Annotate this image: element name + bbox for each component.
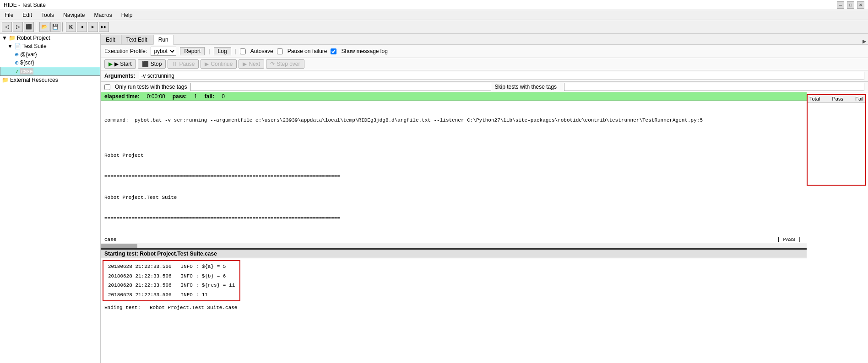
step-over-icon: ↷	[270, 61, 275, 67]
only-run-input[interactable]	[190, 83, 491, 91]
fail-value: 0	[222, 93, 225, 100]
toolbar-sep2	[62, 22, 64, 32]
stats-panel: Total Pass Fail	[807, 94, 866, 186]
next-button[interactable]: ▶ Next	[239, 59, 264, 69]
elapsed-label: elapsed time:	[104, 93, 140, 100]
toolbar-btn-forward2[interactable]: ▸▸	[99, 22, 109, 32]
sep2: ========================================…	[104, 215, 803, 222]
maximize-button[interactable]: □	[847, 1, 854, 9]
main-container: ▼ 📁 Robot Project ▼ 📄 Test Suite ⊕ @{var…	[0, 34, 868, 363]
output-robot-project-test-suite: Robot Project.Test Suite	[104, 194, 803, 201]
toolbar-btn-folder[interactable]: 📂	[39, 22, 49, 32]
horizontal-scrollbar[interactable]	[101, 243, 807, 248]
log-line-3: 20180628 21:22:33.506 INFO : ${res} = 11	[104, 281, 239, 290]
menu-tools[interactable]: Tools	[38, 11, 57, 19]
pause-button[interactable]: ⏸ Pause	[168, 59, 199, 69]
arguments-input[interactable]	[139, 72, 864, 80]
tree-item-robot-project[interactable]: ▼ 📁 Robot Project	[0, 34, 100, 42]
menu-macros[interactable]: Macros	[91, 11, 114, 19]
step-over-label: Step over	[277, 61, 300, 67]
next-icon: ▶	[243, 61, 247, 67]
toolbar-btn-save[interactable]: ⬛	[24, 22, 34, 32]
tree-label-scr: ${scr}	[20, 59, 34, 66]
stats-header: Total Pass Fail	[808, 95, 865, 103]
tree-item-scr[interactable]: ⊕ ${scr}	[0, 59, 100, 67]
tree-label-at-var: @{var}	[20, 51, 37, 58]
tab-run[interactable]: Run	[153, 35, 174, 45]
stats-row-1	[808, 103, 865, 105]
control-buttons-row: ▶ ▶ Start ⬛ Stop ⏸ Pause ▶ Continue ▶	[101, 58, 868, 70]
start-icon: ▶	[108, 61, 113, 67]
pause-icon: ⏸	[172, 61, 177, 67]
sep1: ========================================…	[104, 173, 803, 180]
h-scrollbar-thumb[interactable]	[101, 244, 137, 248]
skip-label: Skip tests with these tags	[495, 84, 557, 90]
suite-icon: 📄	[14, 43, 21, 49]
window-controls: ─ □ ✕	[837, 1, 864, 9]
tab-text-edit[interactable]: Text Edit	[121, 35, 152, 44]
check-icon: ✓	[15, 69, 19, 74]
only-run-tags-row: Only run tests with these tags Skip test…	[101, 82, 868, 92]
exec-profile-select[interactable]: pybot	[151, 47, 176, 56]
toolbar-btn-back[interactable]: ◂	[77, 22, 87, 32]
run-panel: Execution Profile: pybot Report | Log | …	[101, 45, 868, 363]
log-footer: Ending test: Robot Project.Test Suite.ca…	[101, 303, 807, 312]
toolbar-btn-open[interactable]: ▷	[13, 22, 23, 32]
autosave-checkbox[interactable]	[240, 48, 246, 54]
toolbar-btn-k[interactable]: K	[66, 22, 76, 32]
only-run-checkbox[interactable]	[104, 84, 110, 90]
toolbar-btn-save2[interactable]: 💾	[50, 22, 60, 32]
tree-panel: ▼ 📁 Robot Project ▼ 📄 Test Suite ⊕ @{var…	[0, 34, 101, 363]
show-message-log-checkbox[interactable]	[331, 48, 336, 54]
tree-item-at-var[interactable]: ⊕ @{var}	[0, 50, 100, 59]
minimize-button[interactable]: ─	[837, 1, 844, 9]
stop-button[interactable]: ⬛ Stop	[138, 59, 166, 69]
continue-icon: ▶	[205, 61, 209, 67]
stats-header-pass: Pass	[832, 96, 843, 101]
var-icon-scr: ⊕	[15, 60, 19, 66]
step-over-button[interactable]: ↷ Step over	[266, 59, 304, 69]
report-button[interactable]: Report	[180, 47, 205, 55]
log-line-2: 20180628 21:22:33.506 INFO : ${b} = 6	[104, 272, 239, 281]
pause-on-failure-label: Pause on failure	[288, 48, 327, 54]
next-label: Next	[249, 61, 260, 67]
stop-icon: ⬛	[142, 61, 149, 67]
tree-item-external-resources[interactable]: 📁 External Resources	[0, 76, 100, 84]
output-robot-project: Robot Project	[104, 152, 803, 159]
autosave-label: Autosave	[250, 48, 273, 54]
menu-file[interactable]: File	[2, 11, 16, 19]
toolbar-btn-forward[interactable]: ▸	[88, 22, 98, 32]
tree-label-case: case	[20, 68, 33, 75]
menu-navigate[interactable]: Navigate	[60, 11, 87, 19]
app-title: RIDE - Test Suite	[4, 2, 46, 8]
output-main: elapsed time: 0:00:00 pass: 1 fail: 0 co…	[101, 92, 807, 363]
stop-label: Stop	[151, 61, 162, 67]
tree-item-case[interactable]: ✓ case	[0, 67, 100, 76]
console-output[interactable]: command: pybot.bat -v scr:running --argu…	[101, 101, 807, 243]
log-button[interactable]: Log	[214, 47, 231, 55]
stats-header-fail: Fail	[855, 96, 863, 101]
right-panel: Edit Text Edit Run ▶ Execution Profile: …	[101, 34, 868, 363]
start-button[interactable]: ▶ ▶ Start	[104, 59, 136, 69]
stats-header-label: Total	[809, 96, 820, 101]
arguments-row: Arguments:	[101, 70, 868, 82]
close-button[interactable]: ✕	[857, 1, 864, 9]
log-highlight-box: 20180628 21:22:33.506 INFO : ${a} = 5 20…	[103, 260, 240, 301]
expand-icon2: ▼	[7, 43, 13, 49]
only-run-label: Only run tests with these tags	[115, 84, 187, 90]
arguments-label: Arguments:	[104, 73, 135, 79]
pause-on-failure-checkbox[interactable]	[277, 48, 283, 54]
fail-label: fail:	[205, 93, 214, 100]
menu-edit[interactable]: Edit	[20, 11, 35, 19]
toolbar-btn-new[interactable]: ◁	[2, 22, 12, 32]
expand-icon: ▼	[2, 35, 7, 41]
menu-help[interactable]: Help	[119, 11, 136, 19]
tab-right-arrow[interactable]: ▶	[863, 38, 868, 44]
case-line: case | PASS |	[104, 236, 803, 243]
continue-button[interactable]: ▶ Continue	[201, 59, 237, 69]
tree-item-test-suite[interactable]: ▼ 📄 Test Suite	[0, 42, 100, 50]
ext-folder-icon: 📁	[2, 77, 9, 83]
case-pass: | PASS |	[777, 236, 803, 243]
tab-edit[interactable]: Edit	[101, 35, 120, 44]
skip-input[interactable]	[564, 83, 864, 91]
